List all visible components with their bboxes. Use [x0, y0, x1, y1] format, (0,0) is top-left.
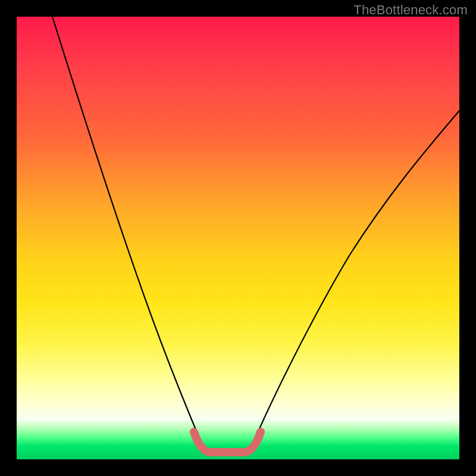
- left-curve: [52, 17, 202, 445]
- plot-area: [17, 17, 459, 459]
- right-curve: [252, 111, 459, 445]
- watermark-text: TheBottleneck.com: [353, 2, 468, 18]
- optimal-zone-marker: [194, 432, 261, 452]
- curve-layer: [17, 17, 459, 459]
- chart-frame: TheBottleneck.com: [0, 0, 476, 476]
